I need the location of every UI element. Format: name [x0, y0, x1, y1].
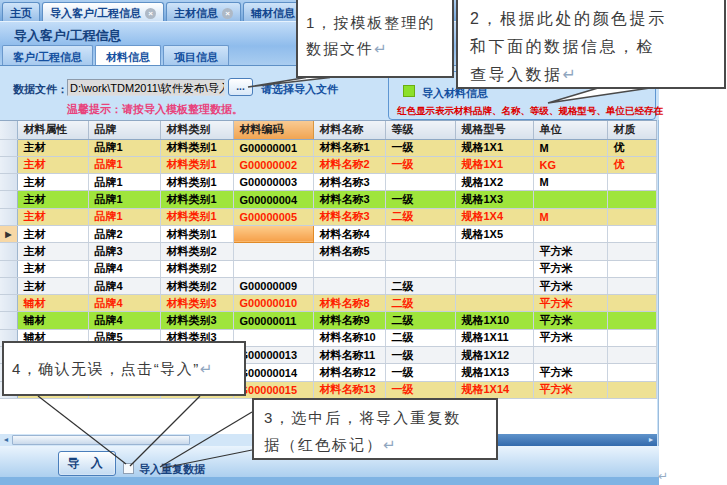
grid-cell[interactable]: 规格1X10 [455, 312, 533, 329]
grid-cell[interactable]: G00000011 [233, 312, 313, 329]
scroll-left-arrow-icon[interactable]: ◄ [0, 434, 12, 446]
grid-cell[interactable] [233, 260, 313, 277]
grid-cell[interactable]: 品牌1 [88, 139, 160, 156]
grid-cell[interactable]: 规格1X14 [455, 381, 533, 398]
sub-tab-0[interactable]: 客户/工程信息 [2, 45, 93, 65]
grid-cell[interactable]: 品牌1 [88, 156, 160, 173]
grid-cell[interactable]: 品牌4 [88, 277, 160, 294]
grid-cell[interactable]: 材料名称13 [313, 381, 385, 398]
grid-cell[interactable]: 材料名称5 [313, 243, 385, 260]
row-marker[interactable] [0, 208, 17, 225]
grid-cell[interactable]: 材料名称8 [313, 295, 385, 312]
grid-cell[interactable] [313, 260, 385, 277]
grid-cell[interactable] [533, 347, 607, 364]
grid-cell[interactable]: 材料类别3 [160, 295, 233, 312]
grid-cell[interactable]: 平方米 [533, 364, 607, 381]
grid-cell[interactable] [607, 243, 656, 260]
grid-cell[interactable]: 材料名称2 [313, 156, 385, 173]
grid-cell[interactable] [607, 191, 656, 208]
tab-close-icon[interactable]: × [222, 8, 233, 19]
grid-cell[interactable]: 辅材 [17, 312, 88, 329]
grid-cell[interactable]: 规格1X12 [455, 347, 533, 364]
grid-cell[interactable]: 规格1X2 [455, 174, 533, 191]
grid-cell[interactable] [533, 191, 607, 208]
row-marker[interactable] [0, 260, 17, 277]
grid-cell[interactable]: 品牌4 [88, 260, 160, 277]
grid-cell[interactable] [607, 364, 656, 381]
column-header-5[interactable]: 等级 [385, 121, 455, 139]
grid-cell[interactable]: G00000005 [233, 208, 313, 225]
column-header-2[interactable]: 材料类别 [160, 121, 233, 139]
grid-cell[interactable]: 材料类别1 [160, 156, 233, 173]
grid-cell[interactable]: M [533, 174, 607, 191]
grid-cell[interactable] [607, 381, 656, 398]
grid-cell[interactable]: 材料名称11 [313, 347, 385, 364]
grid-cell[interactable] [385, 225, 455, 242]
grid-cell[interactable]: 规格1X4 [455, 208, 533, 225]
grid-cell[interactable]: 材料类别1 [160, 225, 233, 242]
grid-cell[interactable]: G00000002 [233, 156, 313, 173]
grid-cell[interactable]: G00000003 [233, 174, 313, 191]
grid-cell[interactable] [455, 277, 533, 294]
grid-cell[interactable]: 主材 [17, 277, 88, 294]
column-header-4[interactable]: 材料名称 [313, 121, 385, 139]
import-button[interactable]: 导 入 [58, 451, 116, 476]
grid-cell[interactable] [455, 260, 533, 277]
grid-cell[interactable]: 一级 [385, 364, 455, 381]
grid-cell[interactable] [607, 174, 656, 191]
grid-cell[interactable]: 品牌4 [88, 295, 160, 312]
select-all-corner[interactable] [0, 121, 17, 139]
grid-cell[interactable] [607, 260, 656, 277]
grid-cell[interactable]: 规格1X1 [455, 139, 533, 156]
grid-cell[interactable]: 材料名称3 [313, 174, 385, 191]
grid-cell[interactable]: 主材 [17, 260, 88, 277]
grid-cell[interactable]: M [533, 139, 607, 156]
grid-cell[interactable]: 一级 [385, 347, 455, 364]
grid-cell[interactable]: 材料名称10 [313, 329, 385, 346]
top-tab-1[interactable]: 导入客户/工程信息× [42, 2, 164, 22]
grid-cell[interactable]: 品牌2 [88, 225, 160, 242]
grid-cell[interactable]: 优 [607, 139, 656, 156]
row-marker[interactable] [0, 191, 17, 208]
grid-cell[interactable]: 平方米 [533, 312, 607, 329]
grid-cell[interactable]: 品牌1 [88, 191, 160, 208]
grid-cell[interactable]: 一级 [385, 156, 455, 173]
grid-cell[interactable]: 主材 [17, 174, 88, 191]
row-marker[interactable] [0, 156, 17, 173]
grid-cell[interactable]: 规格1X1 [455, 156, 533, 173]
grid-cell[interactable]: 平方米 [533, 381, 607, 398]
grid-cell[interactable] [455, 243, 533, 260]
grid-cell[interactable]: 规格1X3 [455, 191, 533, 208]
grid-cell[interactable]: G00000009 [233, 277, 313, 294]
grid-cell[interactable]: 材料类别1 [160, 174, 233, 191]
grid-cell[interactable]: 主材 [17, 208, 88, 225]
grid-cell[interactable]: 材料名称1 [313, 139, 385, 156]
scroll-right-arrow-icon[interactable]: ► [645, 434, 657, 446]
column-header-6[interactable]: 规格型号 [455, 121, 533, 139]
selected-cell[interactable] [233, 225, 313, 242]
grid-cell[interactable]: 材料名称3 [313, 208, 385, 225]
grid-cell[interactable]: 材料类别1 [160, 139, 233, 156]
top-tab-2[interactable]: 主材信息× [166, 2, 241, 22]
grid-cell[interactable]: 材料名称9 [313, 312, 385, 329]
grid-cell[interactable] [607, 295, 656, 312]
grid-cell[interactable] [385, 260, 455, 277]
grid-cell[interactable]: 材料名称12 [313, 364, 385, 381]
scrollbar-thumb[interactable] [12, 435, 190, 445]
grid-cell[interactable] [607, 329, 656, 346]
browse-button[interactable]: ... [228, 78, 253, 96]
column-header-0[interactable]: 材料属性 [17, 121, 88, 139]
grid-cell[interactable]: 规格1X13 [455, 364, 533, 381]
grid-cell[interactable]: G00000010 [233, 295, 313, 312]
row-marker[interactable] [0, 295, 17, 312]
sub-tab-1[interactable]: 材料信息 [95, 45, 161, 65]
row-marker[interactable] [0, 243, 17, 260]
grid-cell[interactable]: 优 [607, 156, 656, 173]
grid-cell[interactable]: 二级 [385, 295, 455, 312]
grid-cell[interactable] [607, 208, 656, 225]
grid-cell[interactable]: 规格1X11 [455, 329, 533, 346]
row-marker[interactable] [0, 312, 17, 329]
grid-cell[interactable]: 一级 [385, 191, 455, 208]
grid-cell[interactable]: 材料类别2 [160, 243, 233, 260]
grid-cell[interactable]: 主材 [17, 156, 88, 173]
